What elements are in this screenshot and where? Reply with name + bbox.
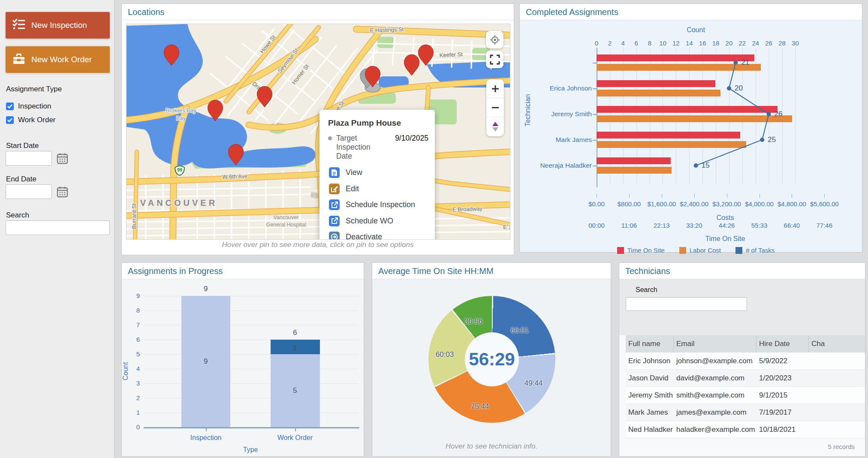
street-label: E 1 <box>503 224 510 230</box>
street-label: Bay <box>176 115 186 121</box>
tasks-point[interactable] <box>760 138 764 142</box>
table-cell: Ned Haladker <box>626 425 674 434</box>
table-row[interactable]: Ned Haladkerhaladker@example.com10/18/20… <box>626 421 865 438</box>
table-cell: johnson@example.com <box>674 357 756 365</box>
y-tick-label: 2 <box>125 394 140 401</box>
popup-menu-item-deactivate[interactable]: Deactivate <box>329 232 382 240</box>
park <box>377 37 395 48</box>
assignment-type-option[interactable]: Work Order <box>6 116 56 124</box>
map[interactable]: E Hastings StKeefer StHowe StSeymour StH… <box>126 24 510 240</box>
popup-field-value: 9/10/2025 <box>383 134 428 161</box>
bar-labor-cost[interactable] <box>597 167 672 174</box>
table-row[interactable]: Jason Daviddavid@example.com1/20/2023 <box>626 370 865 387</box>
fullscreen-button[interactable] <box>486 51 503 68</box>
checkbox-label: Work Order <box>18 116 56 124</box>
shield-number: 99 <box>177 167 182 172</box>
technicians-table: Full nameEmailHire DateChaEric Johnsonjo… <box>619 335 865 456</box>
table-row[interactable]: Jeremy Smithsmith@example.com9/1/2015 <box>626 387 865 404</box>
sidebar: New Inspection New Work Order Assignment… <box>0 0 115 458</box>
donut-center-label: 56:29 <box>449 349 535 370</box>
table-cell: 1/20/2023 <box>756 374 809 383</box>
popup-menu-label: Schedule Inspection <box>346 200 415 209</box>
zoom-in-button[interactable] <box>486 79 504 98</box>
new-inspection-button[interactable]: New Inspection <box>6 12 110 39</box>
costs-tick-mark <box>694 194 695 198</box>
time-tick-label: 77:46 <box>805 222 844 229</box>
gridline <box>144 310 359 311</box>
table-cell: Mark James <box>626 408 674 417</box>
table-cell: 7/19/2017 <box>756 408 809 417</box>
tilt-control[interactable] <box>486 117 504 136</box>
costs-tick-mark <box>792 194 792 198</box>
locations-panel: Locations E Hastings StKeefer StHowe StS… <box>121 3 514 255</box>
legend-swatch <box>617 247 624 254</box>
table-cell: haladker@example.com <box>674 425 756 434</box>
costs-tick-mark <box>597 194 597 198</box>
column-header[interactable]: Cha <box>809 335 865 353</box>
end-date-input[interactable] <box>6 184 52 199</box>
toolbox-icon <box>12 53 25 67</box>
x-axis-line <box>144 427 359 428</box>
zoom-out-button[interactable] <box>486 98 504 117</box>
technicians-title: Technicians <box>619 263 865 279</box>
table-row[interactable]: Mark Jamesjames@example.com7/19/2017 <box>626 404 865 421</box>
assignments-in-progress-chart: 0123456789Count99Inspection156Work Order… <box>122 279 364 456</box>
completed-assignments-chart: Count024681012141618202224262830Technici… <box>520 20 862 252</box>
y-tick-label: 1 <box>125 409 140 416</box>
tasks-point[interactable] <box>694 163 698 168</box>
donut-slice-label: 30:56 <box>456 317 491 326</box>
assignment-type-label: Assignment Type <box>6 85 62 93</box>
popup-menu-label: View <box>346 168 362 177</box>
column-header[interactable]: Hire Date <box>756 335 809 353</box>
popup-menu-item-edit[interactable]: Edit <box>329 184 359 194</box>
locate-button[interactable] <box>486 31 503 48</box>
table-cell: 10/18/2021 <box>756 425 809 434</box>
gridline <box>144 296 359 296</box>
popup-field-label: Target Inspection Date <box>336 134 383 161</box>
donut-slice-label: 75:44 <box>463 402 497 411</box>
category-label: Erica Johnson <box>532 84 592 92</box>
assignment-type-option[interactable]: Inspection <box>6 102 51 111</box>
legend-label: Time On Site <box>627 247 665 254</box>
checkbox[interactable] <box>6 102 14 110</box>
total-value-label: 9 <box>204 285 208 293</box>
checkbox-label: Inspection <box>18 102 51 111</box>
external-link-icon <box>329 199 340 210</box>
tasks-point[interactable] <box>767 112 771 116</box>
start-date-input[interactable] <box>6 151 52 166</box>
table-cell: smith@example.com <box>674 391 756 400</box>
x-category-label: Inspection <box>176 434 236 442</box>
street-label: Vancouver <box>274 214 299 220</box>
total-value-label: 6 <box>293 328 297 337</box>
sidebar-search-input[interactable] <box>6 220 110 235</box>
gridline <box>144 354 359 355</box>
table-cell: 9/1/2015 <box>756 391 809 400</box>
technicians-body: Search Full nameEmailHire DateChaEric Jo… <box>619 279 865 456</box>
checkbox[interactable] <box>6 116 14 124</box>
category-tick <box>593 88 597 89</box>
gridline <box>144 398 359 398</box>
type-axis-title: Type <box>186 446 315 454</box>
average-time-chart: Hover to see technician info. 66:0149:44… <box>372 279 611 456</box>
costs-tick-mark <box>629 194 630 198</box>
x-category-label: Work Order <box>265 434 325 442</box>
table-row[interactable]: Eric Johnsonjohnson@example.com5/9/2022 <box>626 353 865 370</box>
legend-item: Time On Site <box>617 247 665 254</box>
street-label: E Broadway <box>452 205 483 213</box>
calendar-icon[interactable] <box>57 186 68 198</box>
new-work-order-button[interactable]: New Work Order <box>6 46 110 73</box>
tasks-point[interactable] <box>727 86 731 90</box>
gridline <box>144 340 359 340</box>
donut-slice-label: 66:01 <box>503 326 537 335</box>
popup-menu-item-view[interactable]: View <box>329 167 362 178</box>
x-tick-mark <box>206 428 207 431</box>
calendar-icon[interactable] <box>57 153 68 164</box>
chart-legend: Time On SiteLabor Cost# of Tasks <box>597 247 795 254</box>
pin-popup: Plaza Pump House Target Inspection Date … <box>319 110 435 240</box>
column-header[interactable]: Full name <box>626 335 674 353</box>
popup-menu-item-schedule-wo[interactable]: Schedule WO <box>329 216 393 226</box>
column-header[interactable]: Email <box>674 335 756 353</box>
technicians-search-input[interactable] <box>626 297 747 311</box>
tasks-point[interactable] <box>733 60 738 65</box>
popup-menu-item-schedule-inspection[interactable]: Schedule Inspection <box>329 199 415 210</box>
